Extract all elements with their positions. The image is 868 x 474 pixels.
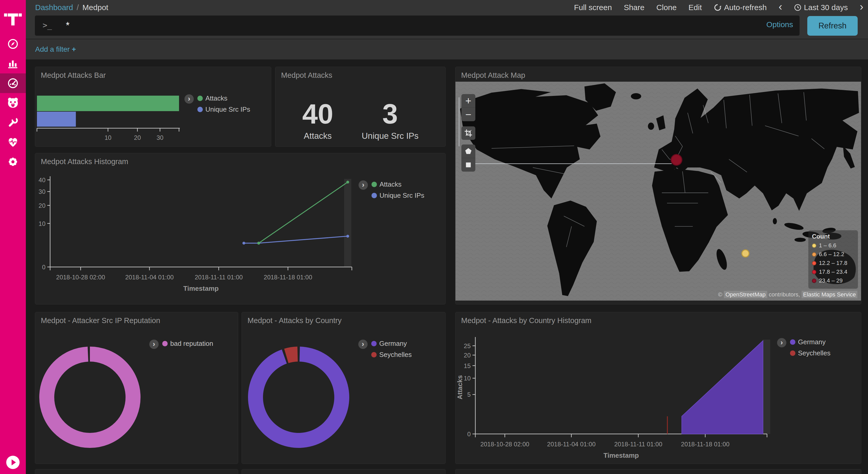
play-icon xyxy=(5,454,21,470)
bar-unique-src-ips[interactable] xyxy=(37,112,76,127)
time-back-chevron[interactable]: ‹ xyxy=(779,1,782,14)
rectangle-draw-button[interactable] xyxy=(461,158,475,172)
map-count-legend: Count 1 – 6.66.6 – 12.212.2 – 17.817.8 –… xyxy=(808,230,858,289)
refresh-button[interactable]: Refresh xyxy=(807,16,858,36)
map-legend-range: 12.2 – 17.8 xyxy=(819,260,847,266)
crop-tool-button[interactable] xyxy=(461,126,475,140)
panel-title[interactable]: Medpot Attacks xyxy=(281,71,332,80)
attacks-histogram-chart: 0102030402018-10-28 02:002018-11-04 01:0… xyxy=(35,153,445,304)
svg-text:Timestamp: Timestamp xyxy=(183,285,219,292)
map-legend-item: 17.8 – 23.4 xyxy=(812,269,854,275)
data-point[interactable] xyxy=(257,242,260,244)
legend-item-attacks[interactable]: Attacks xyxy=(371,180,424,188)
openstreetmap-link[interactable]: OpenStreetMap xyxy=(724,291,767,298)
legend-toggle-chevron[interactable]: › xyxy=(184,94,194,103)
zoom-in-button[interactable]: + xyxy=(461,94,475,108)
legend-color-dot xyxy=(790,351,796,356)
metric-value: 40 xyxy=(302,100,333,128)
bear-icon xyxy=(7,97,19,109)
telekom-logo xyxy=(0,0,26,34)
breadcrumb-dashboard-link[interactable]: Dashboard xyxy=(35,3,73,12)
legend-color-dot xyxy=(371,341,377,346)
sidebar-item-dashboard[interactable] xyxy=(0,73,26,93)
bar-attacks[interactable] xyxy=(37,96,179,111)
panel-partial-3 xyxy=(455,469,861,474)
data-point[interactable] xyxy=(242,242,245,244)
sidebar-item-discover[interactable] xyxy=(0,34,26,54)
legend-toggle-chevron[interactable]: › xyxy=(777,338,786,347)
legend-toggle-chevron[interactable]: › xyxy=(359,180,368,190)
sidebar-item-tpot[interactable] xyxy=(0,93,26,113)
svg-text:10: 10 xyxy=(104,134,112,141)
metric-value: 3 xyxy=(362,100,418,128)
breadcrumb: Dashboard / Medpot xyxy=(26,3,108,12)
metric-row: 40 Attacks 3 Unique Src IPs xyxy=(275,100,445,141)
map-legend-dot xyxy=(812,278,816,283)
line-series-attacks[interactable] xyxy=(258,182,348,243)
area-series-germany[interactable] xyxy=(682,340,763,434)
sidebar-item-settings[interactable] xyxy=(0,152,26,172)
sidebar xyxy=(0,0,26,474)
svg-text:2018-11-18 01:00: 2018-11-18 01:00 xyxy=(681,441,730,448)
donut-slice-seychelles[interactable] xyxy=(284,347,298,363)
data-point[interactable] xyxy=(346,235,349,238)
data-point[interactable] xyxy=(346,181,349,183)
map-legend-range: 1 – 6.6 xyxy=(819,242,836,249)
elastic-maps-service-link[interactable]: Elastic Maps Service xyxy=(802,291,858,298)
svg-text:40: 40 xyxy=(38,177,45,183)
search-query-input[interactable] xyxy=(35,16,800,36)
svg-text:0: 0 xyxy=(42,264,45,271)
time-picker[interactable]: Last 30 days xyxy=(794,3,848,12)
map-legend-item: 23.4 – 29 xyxy=(812,277,854,284)
time-forward-chevron[interactable]: › xyxy=(860,1,863,14)
clone-button[interactable]: Clone xyxy=(656,3,677,12)
donut-slice-bad-reputation[interactable] xyxy=(47,354,133,440)
metric-attacks: 40 Attacks xyxy=(302,100,333,141)
svg-text:10: 10 xyxy=(38,220,45,227)
map-legend-dot xyxy=(812,261,816,265)
chart-legend: ›bad reputation xyxy=(149,339,213,351)
chart-legend: ›AttacksUnique Src IPs xyxy=(184,94,250,117)
legend-item-seychelles[interactable]: Seychelles xyxy=(371,351,412,359)
legend-item-bad-reputation[interactable]: bad reputation xyxy=(162,339,213,348)
legend-item-attacks[interactable]: Attacks xyxy=(197,94,250,102)
polygon-draw-button[interactable] xyxy=(461,145,475,158)
donut-slice-germany[interactable] xyxy=(248,347,349,448)
sidebar-item-visualize[interactable] xyxy=(0,54,26,73)
edit-button[interactable]: Edit xyxy=(688,3,702,12)
chart-legend: ›GermanySeychelles xyxy=(358,339,412,362)
full-screen-button[interactable]: Full screen xyxy=(574,3,612,12)
world-map[interactable]: + − xyxy=(456,82,861,301)
map-legend-dot xyxy=(812,243,816,248)
legend-item-seychelles[interactable]: Seychelles xyxy=(790,349,831,357)
app-area: Dashboard / Medpot Full screen Share Clo… xyxy=(26,0,868,474)
legend-item-unique-src-ips[interactable]: Unique Src IPs xyxy=(197,106,250,114)
copyright-symbol: © xyxy=(718,291,722,298)
query-options-link[interactable]: Options xyxy=(767,20,793,29)
chart-legend: ›GermanySeychelles xyxy=(777,338,831,360)
map-legend-range: 23.4 – 29 xyxy=(819,277,843,284)
add-filter-link[interactable]: Add a filter + xyxy=(26,45,76,54)
share-button[interactable]: Share xyxy=(624,3,645,12)
sidebar-item-tools[interactable] xyxy=(0,113,26,132)
legend-toggle-chevron[interactable]: › xyxy=(358,339,368,349)
panel-attack-map: Medpot Attack Map xyxy=(455,67,861,304)
panel-title[interactable]: Medpot Attack Map xyxy=(461,71,525,80)
legend-item-germany[interactable]: Germany xyxy=(371,339,412,348)
legend-item-germany[interactable]: Germany xyxy=(790,338,831,346)
zoom-out-button[interactable]: − xyxy=(461,108,475,121)
svg-text:2018-11-04 01:00: 2018-11-04 01:00 xyxy=(125,274,174,281)
legend-item-unique-src-ips[interactable]: Unique Src IPs xyxy=(371,191,424,200)
plus-icon: + xyxy=(72,45,76,53)
panel-attacks-histogram: Medpot Attacks Histogram 0102030402018-1… xyxy=(35,153,445,304)
sidebar-expand-button[interactable] xyxy=(0,454,26,470)
refresh-cycle-icon xyxy=(714,4,721,11)
breadcrumb-current: Medpot xyxy=(83,3,108,12)
clock-icon xyxy=(794,4,801,11)
auto-refresh-button[interactable]: Auto-refresh xyxy=(714,3,767,12)
legend-color-dot xyxy=(197,107,203,112)
sidebar-item-health[interactable] xyxy=(0,132,26,152)
legend-toggle-chevron[interactable]: › xyxy=(149,339,159,349)
compass-icon xyxy=(7,38,19,50)
panel-src-ip-reputation: Medpot - Attacker Src IP Reputation ›bad… xyxy=(35,312,238,464)
